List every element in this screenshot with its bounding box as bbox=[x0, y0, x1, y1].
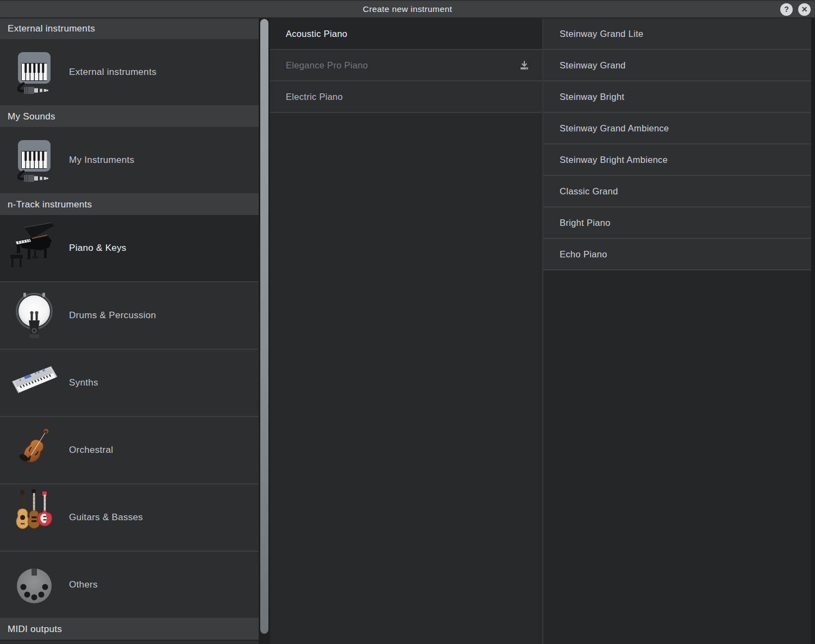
midi-keyboard-jack-icon bbox=[9, 50, 60, 94]
titlebar-actions: ? ✕ bbox=[780, 1, 811, 17]
sidebar-item-orchestral[interactable]: Orchestral bbox=[0, 417, 259, 484]
sidebar-item-label: Orchestral bbox=[69, 445, 113, 456]
section-header-label: MIDI outputs bbox=[8, 624, 62, 635]
sidebar-scrollbar-track[interactable] bbox=[259, 18, 270, 644]
sidebar-item-label: Piano & Keys bbox=[69, 243, 127, 254]
synth-keyboard-icon bbox=[9, 361, 60, 405]
preset-item-bright-piano[interactable]: Bright Piano bbox=[543, 207, 811, 239]
dialog-title: Create new instrument bbox=[363, 4, 452, 14]
preset-label: Bright Piano bbox=[560, 218, 611, 228]
preset-item-steinway-bright-ambience[interactable]: Steinway Bright Ambience bbox=[543, 144, 811, 176]
help-icon[interactable]: ? bbox=[780, 3, 793, 16]
create-instrument-dialog: Create new instrument ? ✕ External instr… bbox=[0, 0, 815, 644]
preset-item-steinway-grand-lite[interactable]: Steinway Grand Lite bbox=[543, 18, 811, 50]
preset-item-echo-piano[interactable]: Echo Piano bbox=[543, 239, 811, 270]
preset-label: Echo Piano bbox=[560, 249, 607, 260]
midi-din-icon bbox=[9, 564, 60, 605]
sidebar-item-label: Drums & Percussion bbox=[69, 310, 156, 321]
sidebar-item-label: Others bbox=[69, 579, 98, 590]
preset-item-steinway-grand-ambience[interactable]: Steinway Grand Ambience bbox=[543, 113, 811, 144]
close-icon[interactable]: ✕ bbox=[798, 3, 811, 16]
section-header-label: n-Track instruments bbox=[8, 199, 92, 210]
titlebar: Create new instrument ? ✕ bbox=[0, 0, 815, 18]
preset-label: Steinway Bright bbox=[560, 92, 624, 102]
sidebar-item-synths[interactable]: Synths bbox=[0, 350, 259, 417]
bass-drum-icon bbox=[9, 287, 60, 344]
sidebar-item-guitars-basses[interactable]: Guitars & Basses bbox=[0, 484, 259, 552]
list-item-label: Elegance Pro Piano bbox=[286, 60, 368, 71]
sidebar-scrollbar-thumb[interactable] bbox=[260, 19, 268, 634]
section-header-label: External instruments bbox=[8, 23, 95, 34]
sidebar-item-label: Guitars & Basses bbox=[69, 512, 143, 523]
section-header-label: My Sounds bbox=[8, 111, 55, 122]
list-item-elegance-pro-piano[interactable]: Elegance Pro Piano bbox=[270, 50, 542, 81]
dialog-body: External instruments bbox=[0, 18, 815, 644]
grand-piano-icon bbox=[9, 221, 60, 275]
preset-label: Steinway Grand bbox=[560, 60, 626, 71]
violin-icon bbox=[9, 424, 60, 476]
midi-keyboard-jack-icon bbox=[9, 138, 60, 182]
section-header-my-sounds: My Sounds bbox=[0, 106, 259, 127]
section-header-ntrack: n-Track instruments bbox=[0, 194, 259, 215]
sidebar-item-others[interactable]: Others bbox=[0, 552, 259, 619]
preset-item-steinway-grand[interactable]: Steinway Grand bbox=[543, 50, 811, 81]
sidebar-item-piano-keys[interactable]: Piano & Keys bbox=[0, 215, 259, 282]
preset-label: Steinway Grand Lite bbox=[560, 29, 643, 39]
guitars-icon bbox=[9, 489, 60, 546]
sidebar-item-label: External instruments bbox=[69, 67, 156, 78]
section-header-midi-outputs: MIDI outputs bbox=[0, 619, 259, 640]
preset-empty-area bbox=[543, 270, 811, 644]
sidebar-item-label: My Instruments bbox=[69, 155, 134, 166]
preset-label: Classic Grand bbox=[560, 186, 618, 197]
preset-list: Steinway Grand Lite Steinway Grand Stein… bbox=[543, 18, 815, 644]
list-item-electric-piano[interactable]: Electric Piano bbox=[270, 81, 542, 113]
preset-item-classic-grand[interactable]: Classic Grand bbox=[543, 176, 811, 207]
category-sidebar: External instruments bbox=[0, 18, 259, 644]
sidebar-item-label: Synths bbox=[69, 377, 98, 388]
sidebar-item-drums-percussion[interactable]: Drums & Percussion bbox=[0, 282, 259, 350]
section-header-external: External instruments bbox=[0, 18, 259, 39]
preset-label: Steinway Bright Ambience bbox=[560, 155, 668, 165]
sidebar-partial-row bbox=[0, 640, 259, 644]
list-item-acoustic-piano[interactable]: Acoustic Piano bbox=[270, 18, 542, 50]
preset-item-steinway-bright[interactable]: Steinway Bright bbox=[543, 81, 811, 113]
list-item-label: Electric Piano bbox=[286, 92, 343, 102]
list-item-label: Acoustic Piano bbox=[286, 29, 347, 39]
preset-label: Steinway Grand Ambience bbox=[560, 123, 669, 134]
download-icon[interactable] bbox=[518, 59, 530, 71]
sidebar-item-my-instruments[interactable]: My Instruments bbox=[0, 127, 259, 194]
sidebar-item-external-instruments[interactable]: External instruments bbox=[0, 39, 259, 106]
subcategory-empty-area bbox=[270, 113, 542, 644]
subcategory-list: Acoustic Piano Elegance Pro Piano Electr… bbox=[270, 18, 543, 644]
